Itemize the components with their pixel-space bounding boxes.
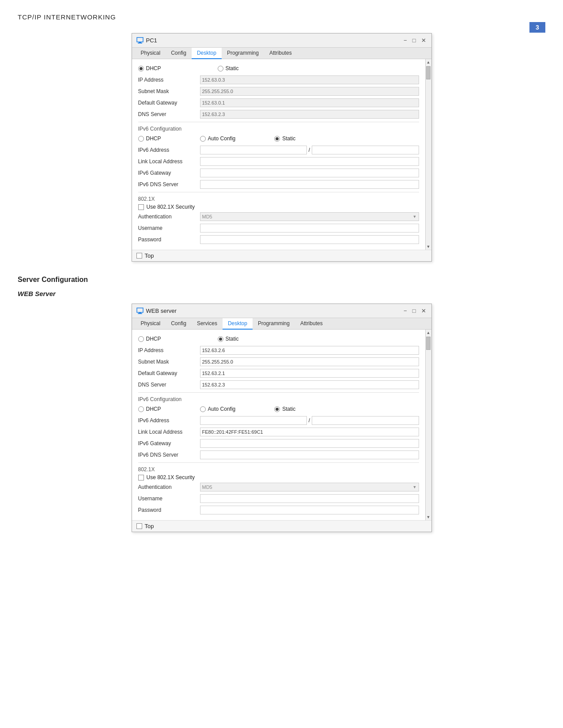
pc1-username-input[interactable] <box>200 224 419 233</box>
ws-auth-dropdown[interactable]: MD5 ▼ <box>200 483 419 492</box>
pc1-tab-config[interactable]: Config <box>166 48 192 59</box>
pc1-dhcp-radio[interactable]: DHCP <box>138 65 161 71</box>
ws-ipv6-static-radio[interactable]: Static <box>274 406 295 412</box>
ws-auth-value: MD5 <box>202 484 212 490</box>
pc1-link-local-input[interactable] <box>200 157 419 166</box>
ws-auth-arrow: ▼ <box>413 485 417 489</box>
pc1-minimize-button[interactable]: − <box>403 38 408 43</box>
pc1-ip-input[interactable] <box>200 75 419 84</box>
pc1-tab-attributes[interactable]: Attributes <box>264 48 297 59</box>
pc1-static-radio-circle <box>218 66 223 71</box>
ws-username-input[interactable] <box>200 494 419 503</box>
ws-ipv6-dhcp-radio[interactable]: DHCP <box>138 406 161 412</box>
pc1-ipv6-gateway-row: IPv6 Gateway <box>138 168 419 178</box>
ws-scroll-thumb[interactable] <box>426 337 431 350</box>
pc1-title-text: PC1 <box>146 37 157 44</box>
pc1-ipv4-radio-row: DHCP Static <box>138 64 419 73</box>
ws-tab-programming[interactable]: Programming <box>253 318 295 330</box>
pc1-ipv6-slash: / <box>309 147 310 153</box>
pc1-dhcp-radio-circle <box>138 66 144 71</box>
web-server-title-text: WEB server <box>146 308 177 314</box>
pc1-scroll-thumb[interactable] <box>426 66 431 79</box>
ws-use-dot1x-row[interactable]: Use 802.1X Security <box>138 474 419 480</box>
pc1-ipv6-static-label: Static <box>282 135 295 142</box>
pc1-password-row: Password <box>138 235 419 244</box>
ws-scrollbar[interactable]: ▲ ▼ <box>425 330 431 520</box>
ws-static-radio[interactable]: Static <box>218 336 239 342</box>
ws-tab-attributes[interactable]: Attributes <box>295 318 328 330</box>
pc1-ipv6-prefix-input[interactable] <box>312 146 419 154</box>
ws-dhcp-label: DHCP <box>146 336 161 342</box>
pc1-username-label: Username <box>138 225 200 231</box>
pc1-username-row: Username <box>138 223 419 233</box>
pc1-scroll-down[interactable]: ▼ <box>427 244 431 250</box>
pc1-use-dot1x-row[interactable]: Use 802.1X Security <box>138 204 419 210</box>
ws-top-checkbox[interactable] <box>136 523 142 529</box>
pc1-password-input[interactable] <box>200 235 419 244</box>
ws-ip-input[interactable] <box>200 346 419 355</box>
ws-ipv6-autoconfig-radio[interactable]: Auto Config <box>200 406 236 412</box>
ws-dot1x-checkbox[interactable] <box>138 475 144 480</box>
web-server-maximize-button[interactable]: □ <box>412 308 417 314</box>
pc1-top-checkbox[interactable] <box>136 253 142 259</box>
pc1-auth-arrow: ▼ <box>413 214 417 219</box>
pc1-ipv6-addr-input[interactable] <box>200 146 307 154</box>
svg-rect-5 <box>138 313 142 314</box>
pc1-tab-desktop[interactable]: Desktop <box>192 48 222 59</box>
pc1-ipv6-dhcp-radio[interactable]: DHCP <box>138 135 161 142</box>
pc1-auth-dropdown[interactable]: MD5 ▼ <box>200 212 419 221</box>
pc1-titlebar: PC1 − □ ✕ <box>132 34 431 48</box>
pc1-static-radio[interactable]: Static <box>218 65 239 71</box>
pc1-dot1x-checkbox[interactable] <box>138 204 144 210</box>
web-server-icon <box>136 308 144 315</box>
svg-rect-3 <box>137 308 143 312</box>
ws-ipv6-prefix-input[interactable] <box>312 416 419 425</box>
ws-ipv6-dns-input[interactable] <box>200 450 419 459</box>
ws-ipv6-addr-label: IPv6 Address <box>138 417 200 424</box>
web-server-window-title: WEB server <box>136 308 177 315</box>
ws-dns-input[interactable] <box>200 380 419 389</box>
pc1-close-button[interactable]: ✕ <box>420 38 427 43</box>
pc1-scroll-up[interactable]: ▲ <box>427 59 431 65</box>
ws-password-input[interactable] <box>200 506 419 514</box>
ws-tab-physical[interactable]: Physical <box>136 318 166 330</box>
pc1-ipv6-autoconfig-radio[interactable]: Auto Config <box>200 135 236 142</box>
ws-subnet-input[interactable] <box>200 357 419 366</box>
pc1-ipv6-autoconfig-label: Auto Config <box>208 135 236 142</box>
ws-link-local-input[interactable] <box>200 428 419 436</box>
ws-tab-services[interactable]: Services <box>192 318 223 330</box>
ws-gateway-label: Default Gateway <box>138 370 200 376</box>
ws-ipv6-gw-input[interactable] <box>200 439 419 448</box>
web-server-close-button[interactable]: ✕ <box>420 308 427 314</box>
page-number: 3 <box>529 22 545 33</box>
ws-ipv6-autoconfig-label: Auto Config <box>208 406 236 412</box>
ws-ipv6-addr-input[interactable] <box>200 416 307 425</box>
pc-icon <box>136 37 144 44</box>
pc1-ipv6-dns-input[interactable] <box>200 180 419 189</box>
pc1-subnet-input[interactable] <box>200 87 419 96</box>
ws-auth-row: Authentication MD5 ▼ <box>138 482 419 492</box>
web-server-body: DHCP Static IP Address Subnet Mask <box>132 330 431 520</box>
web-server-minimize-button[interactable]: − <box>403 308 408 314</box>
pc1-auth-label: Authentication <box>138 214 200 220</box>
pc1-maximize-button[interactable]: □ <box>412 38 417 43</box>
pc1-dns-label: DNS Server <box>138 111 200 117</box>
ws-dhcp-radio[interactable]: DHCP <box>138 336 161 342</box>
pc1-ipv6-static-radio[interactable]: Static <box>274 135 295 142</box>
pc1-tab-programming[interactable]: Programming <box>222 48 264 59</box>
ws-tab-config[interactable]: Config <box>166 318 192 330</box>
pc1-ipv6-gw-input[interactable] <box>200 169 419 177</box>
ws-tab-desktop[interactable]: Desktop <box>223 318 253 330</box>
ws-subnet-row: Subnet Mask <box>138 357 419 367</box>
ws-ipv4-radio-row: DHCP Static <box>138 334 419 344</box>
ws-static-label: Static <box>226 336 239 342</box>
ws-scroll-down[interactable]: ▼ <box>427 514 431 520</box>
pc1-tab-physical[interactable]: Physical <box>136 48 166 59</box>
ws-password-row: Password <box>138 505 419 515</box>
pc1-scrollbar[interactable]: ▲ ▼ <box>425 59 431 250</box>
pc1-dns-input[interactable] <box>200 110 419 119</box>
ws-scroll-up[interactable]: ▲ <box>427 330 431 336</box>
pc1-gateway-input[interactable] <box>200 98 419 107</box>
ws-gateway-input[interactable] <box>200 369 419 378</box>
ws-bottom-bar: Top <box>132 520 431 532</box>
